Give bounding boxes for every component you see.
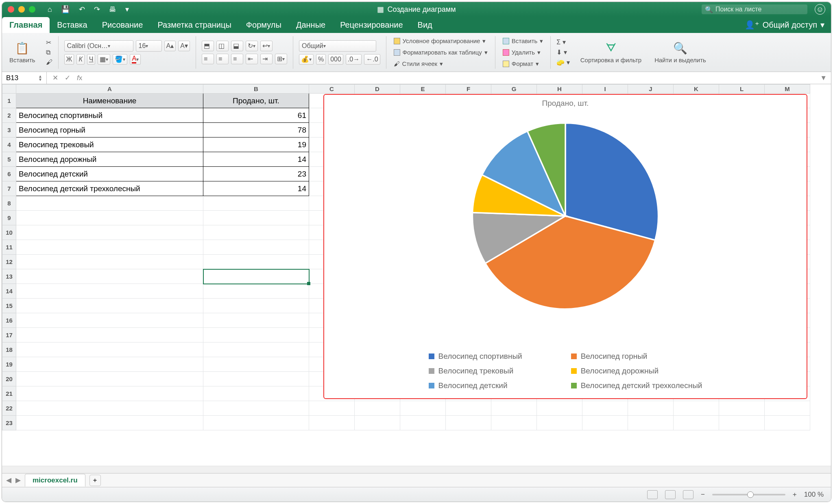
cell[interactable] — [203, 372, 309, 386]
cell[interactable] — [203, 386, 309, 401]
font-color-button[interactable]: A — [130, 54, 141, 65]
cell[interactable] — [16, 357, 203, 372]
format-cells-button[interactable]: Формат ▾ — [501, 59, 545, 68]
align-left-button[interactable]: ≡ — [202, 54, 214, 64]
column-header[interactable]: F — [446, 85, 491, 94]
cell[interactable]: Велосипед дорожный — [16, 152, 203, 167]
zoom-value[interactable]: 100 % — [804, 491, 824, 499]
view-pagelayout-icon[interactable] — [665, 490, 676, 499]
align-top-button[interactable]: ⬒ — [202, 41, 214, 51]
cell[interactable] — [491, 416, 537, 430]
cell[interactable] — [16, 299, 203, 313]
cell[interactable] — [16, 211, 203, 225]
tab-review[interactable]: Рецензирование — [333, 17, 410, 33]
underline-button[interactable]: Ч — [87, 54, 96, 65]
format-painter-icon[interactable]: 🖌 — [46, 59, 52, 66]
format-as-table-button[interactable]: Форматировать как таблицу ▾ — [392, 48, 489, 57]
cell[interactable] — [628, 416, 674, 430]
cell[interactable]: 14 — [203, 152, 309, 167]
cell[interactable] — [16, 240, 203, 255]
row-header[interactable]: 8 — [2, 196, 16, 211]
cell[interactable] — [203, 401, 309, 416]
cell[interactable] — [309, 401, 355, 416]
sheet-next-icon[interactable]: ▶ — [15, 476, 21, 484]
column-header[interactable]: K — [674, 85, 719, 94]
cell[interactable] — [203, 284, 309, 299]
cell[interactable] — [203, 240, 309, 255]
view-pagebreak-icon[interactable] — [683, 490, 693, 499]
search-input[interactable]: 🔍 Поиск на листе — [702, 4, 807, 14]
column-header[interactable]: A — [16, 85, 203, 94]
column-header[interactable]: M — [765, 85, 810, 94]
expand-formula-bar-icon[interactable]: ▼ — [816, 74, 831, 82]
worksheet-grid[interactable]: ABCDEFGHIJKLM1НаименованиеПродано, шт.2В… — [2, 84, 831, 466]
sheet-tab[interactable]: microexcel.ru — [25, 474, 85, 487]
column-header[interactable]: G — [491, 85, 537, 94]
horizontal-scrollbar[interactable] — [2, 466, 831, 473]
save-icon[interactable]: 💾 — [61, 5, 70, 14]
cell[interactable]: 14 — [203, 181, 309, 196]
fill-color-button[interactable]: 🪣 — [113, 54, 127, 65]
row-header[interactable]: 4 — [2, 137, 16, 152]
cell[interactable] — [16, 416, 203, 430]
cell[interactable] — [16, 284, 203, 299]
add-sheet-button[interactable]: + — [89, 475, 101, 486]
view-normal-icon[interactable] — [647, 490, 658, 499]
row-header[interactable]: 17 — [2, 328, 16, 343]
row-header[interactable]: 22 — [2, 401, 16, 416]
paste-button[interactable]: 📋 Вставить — [7, 41, 38, 63]
inc-decimal-button[interactable]: .0→ — [346, 54, 362, 65]
row-header[interactable]: 6 — [2, 167, 16, 181]
cell[interactable] — [674, 401, 719, 416]
cell[interactable] — [582, 416, 628, 430]
dec-decimal-button[interactable]: ←.0 — [364, 54, 380, 65]
cell[interactable] — [16, 372, 203, 386]
tab-home[interactable]: Главная — [2, 17, 50, 33]
autosum-icon[interactable]: Σ ▾ — [556, 38, 569, 46]
row-header[interactable]: 18 — [2, 343, 16, 357]
cell[interactable] — [203, 328, 309, 343]
indent-inc-button[interactable]: ⇥ — [260, 54, 273, 64]
clear-icon[interactable]: 🧽 ▾ — [556, 59, 569, 66]
delete-cells-button[interactable]: Удалить ▾ — [501, 48, 545, 57]
row-header[interactable]: 13 — [2, 269, 16, 284]
cell[interactable] — [400, 416, 446, 430]
column-header[interactable]: B — [203, 85, 309, 94]
cell[interactable] — [491, 401, 537, 416]
align-right-button[interactable]: ≡ — [231, 54, 243, 64]
cell[interactable] — [628, 401, 674, 416]
cell[interactable] — [765, 401, 810, 416]
cell[interactable]: 78 — [203, 123, 309, 137]
cell[interactable] — [16, 225, 203, 240]
cell[interactable]: Велосипед детский — [16, 167, 203, 181]
row-header[interactable]: 10 — [2, 225, 16, 240]
row-header[interactable]: 21 — [2, 386, 16, 401]
row-header[interactable]: 1 — [2, 94, 16, 108]
cell[interactable] — [16, 269, 203, 284]
cell[interactable] — [719, 416, 765, 430]
row-header[interactable]: 3 — [2, 123, 16, 137]
cell[interactable]: Продано, шт. — [203, 94, 309, 108]
cell[interactable] — [309, 416, 355, 430]
cell-styles-button[interactable]: 🖌Стили ячеек ▾ — [392, 59, 489, 68]
tab-draw[interactable]: Рисование — [95, 17, 150, 33]
tab-data[interactable]: Данные — [289, 17, 333, 33]
fx-icon[interactable]: fx — [77, 74, 82, 82]
row-header[interactable]: 9 — [2, 211, 16, 225]
column-header[interactable]: H — [537, 85, 582, 94]
find-select-button[interactable]: 🔍 Найти и выделить — [652, 41, 709, 63]
bold-button[interactable]: Ж — [64, 54, 74, 65]
align-bottom-button[interactable]: ⬓ — [231, 41, 243, 51]
cell[interactable] — [203, 211, 309, 225]
column-header[interactable]: J — [628, 85, 674, 94]
column-header[interactable]: L — [719, 85, 765, 94]
qat-more-icon[interactable]: ▾ — [125, 5, 129, 14]
align-middle-button[interactable]: ◫ — [216, 41, 229, 51]
print-icon[interactable]: 🖶 — [109, 5, 116, 14]
cell[interactable] — [674, 416, 719, 430]
cell[interactable]: Наименование — [16, 94, 203, 108]
font-size-select[interactable]: 16 — [136, 40, 162, 52]
cell[interactable]: Велосипед детский трехколесный — [16, 181, 203, 196]
pie-chart[interactable]: Продано, шт. Велосипед спортивныйВелосип… — [323, 94, 807, 399]
cell[interactable] — [537, 416, 582, 430]
